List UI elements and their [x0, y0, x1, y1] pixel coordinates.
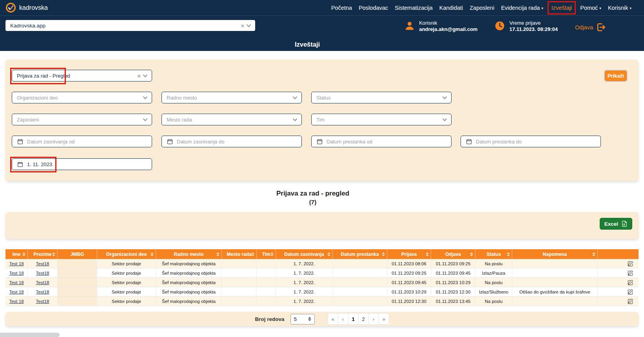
nav-item-poslodavac[interactable]: Poslodavac — [359, 5, 388, 11]
chevron-down-icon[interactable] — [442, 118, 447, 121]
sort-icon[interactable] — [382, 252, 385, 256]
sort-icon[interactable] — [592, 252, 595, 256]
nav-item-kandidati[interactable]: Kandidati — [439, 5, 463, 11]
sort-icon[interactable] — [327, 252, 330, 256]
excel-button[interactable]: Excel — [600, 218, 632, 230]
calendar-icon[interactable] — [317, 139, 323, 145]
link-ime[interactable]: Test 18 — [9, 280, 24, 285]
horizontal-scrollbar-thumb[interactable] — [0, 333, 60, 337]
clear-icon[interactable]: × — [137, 73, 141, 79]
prev-page-button[interactable]: ‹ — [338, 313, 348, 325]
last-page-button[interactable]: » — [379, 313, 389, 325]
filter-select-tim[interactable]: Tim — [311, 114, 452, 125]
chevron-down-icon[interactable] — [246, 24, 251, 27]
nav-item-pomo[interactable]: Pomoć▾ — [580, 5, 601, 11]
date-field-datum-prestanka-do[interactable]: Datum prestanka do — [461, 136, 601, 147]
date-from-field[interactable]: 1. 11. 2023. — [12, 158, 152, 170]
link-prezime[interactable]: Test18 — [36, 271, 49, 275]
chevron-down-icon[interactable] — [292, 96, 298, 100]
edit-icon[interactable] — [628, 261, 633, 266]
calendar-icon[interactable] — [17, 139, 23, 145]
column-header-radno-mesto[interactable]: Radno mesto — [156, 249, 222, 259]
sort-icon[interactable] — [151, 252, 154, 256]
rows-per-page-select[interactable]: 5 — [290, 314, 315, 324]
link-prezime[interactable]: Test18 — [36, 290, 49, 294]
date-field-datum-prestanka-od[interactable]: Datum prestanka od — [311, 136, 452, 147]
link-ime[interactable]: Test 18 — [9, 290, 24, 294]
cell-prezime: Test18 — [28, 287, 58, 297]
column-header-prezime[interactable]: Prezime — [28, 249, 58, 259]
nav-item-po-etna[interactable]: Početna — [331, 5, 352, 11]
column-header-prijava[interactable]: Prijava — [387, 249, 431, 259]
report-select[interactable]: Prijava za rad - Pregled × — [12, 70, 152, 82]
show-button[interactable]: Prikaži — [604, 70, 628, 82]
sort-icon[interactable] — [251, 252, 254, 256]
clear-icon[interactable]: × — [241, 23, 244, 29]
filter-select-status[interactable]: Status — [311, 92, 452, 103]
first-page-button[interactable]: « — [328, 313, 338, 325]
cell-odjava: 01.11.2023 12:30 — [431, 287, 475, 297]
column-header-jmbg[interactable]: JMBG — [58, 249, 97, 259]
filter-select-mesto-rada[interactable]: Mesto rada — [161, 114, 302, 125]
page-button-2[interactable]: 2 — [358, 313, 369, 325]
column-header-tim[interactable]: Tim — [257, 249, 276, 259]
link-prezime[interactable]: Test18 — [36, 280, 49, 285]
link-prezime[interactable]: Test18 — [36, 261, 49, 266]
sort-icon[interactable] — [426, 252, 429, 256]
link-ime[interactable]: Test 18 — [9, 299, 24, 304]
chevron-down-icon: ▾ — [541, 6, 543, 10]
user-email: andreja.akn@gmail.com — [419, 26, 477, 32]
column-header-odjava[interactable]: Odjava — [431, 249, 475, 259]
sort-icon[interactable] — [52, 252, 55, 256]
link-prezime[interactable]: Test18 — [36, 299, 49, 304]
column-header-status[interactable]: Status — [475, 249, 512, 259]
chevron-down-icon[interactable] — [442, 96, 447, 100]
link-ime[interactable]: Test 18 — [9, 261, 24, 266]
nav-item-sistematizacija[interactable]: Sistematizacija — [395, 5, 433, 11]
column-header-datum-zasnivanja[interactable]: Datum zasnivanja — [276, 249, 333, 259]
column-header-organizacioni-deo[interactable]: Organizacioni deo — [97, 249, 156, 259]
link-ime[interactable]: Test 18 — [9, 271, 24, 275]
filter-select-organizacioni-deo[interactable]: Organizacioni deo — [12, 92, 152, 103]
cell-napomena: Otišao do gvožđare da kupi šrafove — [512, 287, 598, 297]
filter-select-radno-mesto[interactable]: Radno mesto — [161, 92, 302, 103]
chevron-down-icon[interactable] — [143, 118, 148, 121]
nav-item-korisnik[interactable]: Korisnik▾ — [608, 5, 631, 11]
app-select[interactable]: Kadrovska.app × — [5, 20, 255, 31]
logout-button[interactable]: Odjava — [575, 22, 606, 32]
column-header-ime[interactable]: Ime — [5, 249, 28, 259]
cell-jmbg — [58, 268, 97, 278]
date-placeholder: Datum prestanka do — [476, 139, 522, 145]
sort-icon[interactable] — [470, 252, 473, 256]
nav-item-evidencija-rada[interactable]: Evidencija rada▾ — [501, 5, 543, 11]
top-navbar: kadrovska PočetnaPoslodavacSistematizaci… — [0, 0, 644, 15]
cell-datum-prestanka — [333, 287, 387, 297]
edit-icon[interactable] — [628, 270, 633, 276]
edit-icon[interactable] — [628, 289, 633, 295]
sort-icon[interactable] — [22, 252, 25, 256]
chevron-down-icon[interactable] — [143, 96, 148, 100]
calendar-icon[interactable] — [17, 161, 23, 167]
filter-select-zaposleni[interactable]: Zaposleni — [12, 114, 152, 125]
select-placeholder: Tim — [316, 117, 325, 123]
sort-icon[interactable] — [507, 252, 510, 256]
date-field-datum-zasnivanja-od[interactable]: Datum zasnivanja od — [12, 136, 152, 147]
cell-mesto-rada — [222, 268, 257, 278]
date-field-datum-zasnivanja-do[interactable]: Datum zasnivanja do — [161, 136, 302, 147]
sort-icon[interactable] — [216, 252, 220, 256]
column-header-mesto-rada[interactable]: Mesto rada — [222, 249, 257, 259]
column-header-napomena[interactable]: Napomena — [512, 249, 598, 259]
page-button-1[interactable]: 1 — [348, 313, 359, 325]
calendar-icon[interactable] — [466, 139, 472, 145]
column-header-datum-prestanka[interactable]: Datum prestanka — [333, 249, 387, 259]
chevron-down-icon[interactable] — [143, 74, 148, 78]
calendar-icon[interactable] — [167, 139, 173, 145]
edit-icon[interactable] — [628, 279, 633, 285]
chevron-down-icon[interactable] — [292, 118, 298, 121]
edit-icon[interactable] — [628, 298, 633, 304]
next-page-button[interactable]: › — [368, 313, 379, 325]
nav-item-zaposleni[interactable]: Zaposleni — [470, 5, 494, 11]
brand[interactable]: kadrovska — [5, 2, 48, 13]
sort-icon[interactable] — [270, 252, 274, 256]
nav-item-izve-taji[interactable]: Izveštaji — [549, 2, 575, 13]
